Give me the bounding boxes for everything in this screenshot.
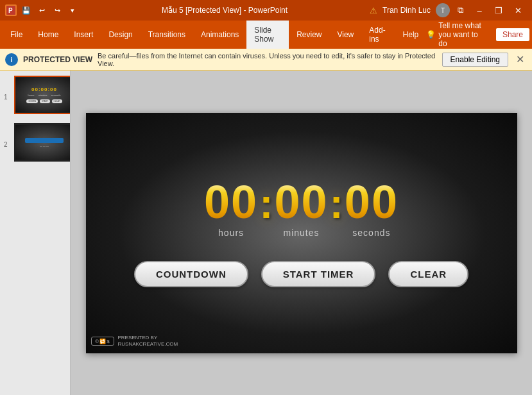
powerpoint-icon: P <box>5 4 17 16</box>
close-protected-bar-btn[interactable]: ✕ <box>513 52 527 67</box>
close-btn[interactable]: ✕ <box>509 1 527 19</box>
attribution: ©🔁$ PRESENTED BY RUSNAKCREATIVE.COM <box>91 335 178 348</box>
tab-help[interactable]: Help <box>395 21 427 49</box>
thumb1-labels: hoursminutesseconds <box>28 94 61 97</box>
protected-message: Be careful—files from the Internet can c… <box>98 52 437 67</box>
tab-insert[interactable]: Insert <box>66 21 101 49</box>
redo-quick-btn[interactable]: ↪ <box>50 3 64 17</box>
user-avatar: T <box>436 3 450 17</box>
quick-access-toolbar: 💾 ↩ ↪ ▾ <box>19 3 80 17</box>
tab-slideshow[interactable]: Slide Show <box>246 21 289 49</box>
title-bar: P 💾 ↩ ↪ ▾ Mẫu 5 [Protected View] - Power… <box>0 0 532 21</box>
timer-display: 00 hours : 00 minutes : 00 seconds <box>204 179 399 243</box>
lightbulb-icon: 💡 <box>426 30 436 39</box>
timer-buttons: COUNTDOWN START TIMER CLEAR <box>134 261 468 287</box>
tab-home[interactable]: Home <box>30 21 66 49</box>
tab-design[interactable]: Design <box>101 21 140 49</box>
colon-1: : <box>259 180 273 228</box>
attribution-text: PRESENTED BY RUSNAKCREATIVE.COM <box>118 335 178 348</box>
tab-view[interactable]: View <box>329 21 361 49</box>
maximize-btn[interactable]: ❐ <box>490 1 508 19</box>
hours-label: hours <box>218 228 244 238</box>
username: Tran Dinh Luc <box>382 6 431 15</box>
seconds-value: 00 <box>345 179 399 225</box>
attribution-line1: PRESENTED BY <box>118 335 178 341</box>
undo-quick-btn[interactable]: ↩ <box>35 3 49 17</box>
slide-number-1: 1 <box>4 94 12 101</box>
countdown-button[interactable]: COUNTDOWN <box>134 261 248 287</box>
enable-editing-button[interactable]: Enable Editing <box>442 53 508 67</box>
slide-thumb-1[interactable]: 00:00:00 hoursminutesseconds CDOWN START… <box>14 76 71 114</box>
seconds-label: seconds <box>352 228 390 238</box>
minutes-group: 00 minutes <box>274 179 328 238</box>
ribbon-search: 💡 Tell me what you want to do Share <box>426 21 529 48</box>
title-bar-controls: ⚠ Tran Dinh Luc T ⧉ – ❐ ✕ <box>370 1 527 19</box>
clear-button[interactable]: CLEAR <box>388 261 468 287</box>
start-timer-button[interactable]: START TIMER <box>261 261 376 287</box>
slide-item-2[interactable]: 2 — — — <box>4 123 66 165</box>
thumb2-bar <box>25 138 64 143</box>
title-bar-left: P 💾 ↩ ↪ ▾ <box>5 3 80 17</box>
tab-file[interactable]: File <box>3 21 30 49</box>
tab-animations[interactable]: Animations <box>193 21 246 49</box>
slide-thumb-2[interactable]: — — — <box>14 123 71 162</box>
slide-canvas: 00 hours : 00 minutes : 00 seconds COUNT… <box>86 113 517 353</box>
ribbon: File Home Insert Design Transitions Anim… <box>0 21 532 49</box>
window-title: Mẫu 5 [Protected View] - PowerPoint <box>80 6 370 15</box>
protected-label: PROTECTED VIEW <box>23 55 92 64</box>
share-button[interactable]: Share <box>496 28 529 41</box>
thumb1-timer: 00:00:00 <box>31 87 57 92</box>
slide-panel: 1 00:00:00 hoursminutesseconds CDOWN STA… <box>0 71 71 395</box>
content-area: 00 hours : 00 minutes : 00 seconds COUNT… <box>71 71 532 395</box>
thumb2-text: — — — <box>40 144 49 147</box>
customize-quick-btn[interactable]: ▾ <box>65 3 80 17</box>
tab-addins[interactable]: Add-ins <box>361 21 395 49</box>
thumb1-btns: CDOWN START CLEAR <box>26 99 62 103</box>
protected-view-bar: i PROTECTED VIEW Be careful—files from t… <box>0 49 532 71</box>
main-area: 1 00:00:00 hoursminutesseconds CDOWN STA… <box>0 71 532 395</box>
seconds-group: 00 seconds <box>345 179 399 238</box>
protected-icon: i <box>5 53 18 66</box>
attribution-line2: RUSNAKCREATIVE.COM <box>118 341 178 348</box>
colon-2: : <box>330 180 343 228</box>
tell-me-label[interactable]: Tell me what you want to do <box>438 21 488 48</box>
svg-text:P: P <box>8 7 13 14</box>
hours-value: 00 <box>204 179 258 225</box>
slide-item-1[interactable]: 1 00:00:00 hoursminutesseconds CDOWN STA… <box>4 76 66 118</box>
hours-group: 00 hours <box>204 179 258 238</box>
tab-transitions[interactable]: Transitions <box>141 21 193 49</box>
warning-icon: ⚠ <box>370 6 377 15</box>
tab-review[interactable]: Review <box>289 21 329 49</box>
restore-window-btn[interactable]: ⧉ <box>451 1 469 19</box>
slide-number-2: 2 <box>4 141 12 148</box>
minutes-value: 00 <box>274 179 328 225</box>
minutes-label: minutes <box>283 228 319 238</box>
cc-license-icon: ©🔁$ <box>91 337 114 346</box>
save-quick-btn[interactable]: 💾 <box>19 3 33 17</box>
minimize-btn[interactable]: – <box>470 1 488 19</box>
